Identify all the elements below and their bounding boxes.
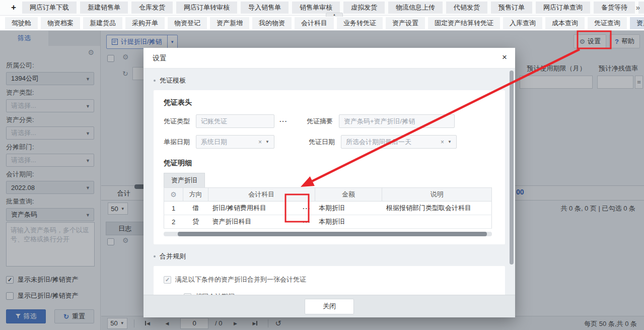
chevron-down-icon[interactable]: ▼	[448, 140, 452, 144]
tab-item[interactable]: 网店订单查询	[536, 2, 590, 14]
module-tab[interactable]: 我的物资	[252, 17, 292, 29]
section-voucher-template: 凭证模板	[154, 76, 505, 85]
module-tab-active[interactable]: 资产折旧/摊销 ×	[630, 17, 644, 29]
tab-item[interactable]: 代销发货	[446, 2, 487, 14]
section-merge-rules: 合并规则	[154, 252, 505, 261]
top-tabbar: + 网店订单下载 新建销售单 仓库发货 网店订单转审核 导入销售单 销售单审核 …	[0, 0, 644, 16]
voucher-type-ellipsis-button[interactable]: ···	[279, 117, 288, 125]
doc-date-label: 单据日期	[164, 138, 193, 147]
asset-depreciation-tab[interactable]: 资产折旧	[164, 173, 205, 187]
merge-checkbox-row[interactable]: ✓ 满足以下条件的资产折旧合并到一张会计凭证	[164, 275, 495, 284]
voucher-date-select[interactable]: 所选会计期间最后一天 × ▼	[341, 135, 457, 149]
module-tab[interactable]: 物资档案	[41, 17, 80, 29]
bullet-icon	[154, 80, 156, 82]
table-hscrollbar-thumb[interactable]	[178, 232, 487, 236]
tab-item[interactable]: 网店订单下载	[22, 2, 77, 14]
tab-item[interactable]: 导入销售单	[241, 2, 289, 14]
row-number: 1	[164, 202, 183, 215]
col-subject: 会计科目	[208, 188, 315, 202]
tab-item[interactable]: 仓库发货	[131, 2, 173, 14]
modal-vscrollbar-thumb[interactable]	[510, 71, 514, 265]
section-merge-label: 合并规则	[160, 252, 186, 261]
subject-ellipsis-button[interactable]: ···	[303, 218, 311, 226]
table-hscrollbar[interactable]	[164, 232, 492, 236]
col-note: 说明	[382, 188, 492, 202]
tab-item[interactable]: 虚拟发货	[343, 2, 385, 14]
module-tab[interactable]: 凭证查询	[588, 17, 627, 29]
voucher-date-label: 凭证日期	[309, 138, 338, 147]
module-tab[interactable]: 资产新增	[210, 17, 249, 29]
module-tab[interactable]: 固定资产结算转凭证	[428, 17, 500, 29]
table-row: 2 贷 资产折旧科目 ··· 本期折旧	[164, 215, 492, 229]
module-tab[interactable]: 资产设置	[386, 17, 425, 29]
module-tab[interactable]: 新建货品	[83, 17, 122, 29]
voucher-date-value: 所选会计期间最后一天	[346, 138, 438, 147]
add-tab-button[interactable]: +	[5, 3, 22, 13]
tab-item[interactable]: 网店订单转审核	[176, 2, 237, 14]
close-icon[interactable]: ×	[502, 53, 507, 61]
row-amount: 本期折旧	[315, 215, 382, 229]
module-tab[interactable]: 业务转凭证	[337, 17, 383, 29]
voucher-summary-value: 资产条码+资产折旧/摊销	[344, 117, 450, 126]
modal-title: 设置	[153, 54, 167, 63]
active-tab-label: 资产折旧/摊销	[636, 19, 644, 27]
row-note: 根据报销部门类型取会计科目	[382, 202, 492, 215]
row-direction: 贷	[183, 215, 208, 229]
module-tab[interactable]: 驾驶舱	[5, 17, 38, 29]
voucher-summary-label: 凭证摘要	[307, 117, 336, 126]
merge-checkbox-label: 满足以下条件的资产折旧合并到一张会计凭证	[175, 275, 306, 284]
table-row: 1 借 折旧/摊销费用科目 ··· 本期折旧 根据报销部门类型取会计科目	[164, 202, 492, 215]
tab-item[interactable]: 销售单审核	[292, 2, 340, 14]
module-tab[interactable]: 会计科目	[295, 17, 334, 29]
row-number: 2	[164, 215, 183, 229]
checkbox-checked-disabled: ✓	[164, 276, 171, 284]
chevron-down-icon[interactable]: ▼	[265, 140, 269, 144]
row-direction: 借	[183, 202, 208, 215]
app-screen: + 网店订单下载 新建销售单 仓库发货 网店订单转审核 导入销售单 销售单审核 …	[0, 0, 644, 330]
bullet-icon	[154, 255, 156, 257]
voucher-type-label: 凭证类型	[164, 117, 193, 126]
clear-icon[interactable]: ×	[258, 139, 262, 146]
row-amount: 本期折旧	[315, 202, 382, 215]
section-template-label: 凭证模板	[160, 76, 186, 85]
voucher-header-title: 凭证表头	[164, 98, 495, 107]
subject-ellipsis-button[interactable]: ···	[303, 205, 311, 212]
col-amount: 金额	[315, 188, 382, 202]
tab-overflow-icon[interactable]: »	[636, 3, 640, 12]
tab-item[interactable]: 物流信息上传	[388, 2, 443, 14]
row-subject: 资产折旧科目	[212, 217, 251, 226]
tabbar-collapse-handle[interactable]: ▲	[326, 13, 343, 17]
voucher-type-input[interactable]: 记账凭证	[196, 114, 274, 128]
modal-body: 凭证模板 凭证表头 凭证类型 记账凭证 ··· 凭证摘要 资产条码+资产折旧/摊…	[144, 69, 515, 295]
doc-date-select[interactable]: 系统日期 × ▼	[196, 135, 274, 149]
module-tab[interactable]: 采购开单	[125, 17, 165, 29]
tab-item[interactable]: 新建销售单	[80, 2, 128, 14]
close-button[interactable]: 关闭	[305, 299, 354, 314]
module-tab[interactable]: 成本查询	[545, 17, 585, 29]
module-tab[interactable]: 物资登记	[168, 17, 207, 29]
settings-modal: 设置 × 凭证模板 凭证表头 凭证类型 记账凭证 ··· 凭证摘要 资产条码+资…	[144, 48, 515, 317]
module-tabbar: 驾驶舱 物资档案 新建货品 采购开单 物资登记 资产新增 我的物资 会计科目 业…	[0, 16, 644, 31]
clear-icon[interactable]: ×	[441, 139, 444, 146]
doc-date-value: 系统日期	[201, 138, 255, 147]
module-tab[interactable]: 入库查询	[503, 17, 542, 29]
modal-header: 设置 ×	[144, 48, 515, 69]
tab-item[interactable]: 预售订单	[491, 2, 532, 14]
row-note	[382, 215, 492, 229]
modal-footer: 关闭	[144, 295, 515, 317]
voucher-detail-title: 凭证明细	[164, 159, 495, 168]
voucher-type-value: 记账凭证	[201, 117, 269, 126]
voucher-summary-input[interactable]: 资产条码+资产折旧/摊销	[339, 114, 455, 128]
table-gear-icon[interactable]: ⚙	[170, 190, 177, 199]
tab-item[interactable]: 备货等待	[594, 2, 635, 14]
voucher-template-card: 凭证表头 凭证类型 记账凭证 ··· 凭证摘要 资产条码+资产折旧/摊销 单据日…	[154, 90, 505, 244]
col-direction: 方向	[183, 188, 208, 202]
row-subject: 折旧/摊销费用科目	[212, 204, 266, 213]
merge-rules-card: ✓ 满足以下条件的资产折旧合并到一张会计凭证 ✓ 相同会计期间	[154, 266, 505, 295]
voucher-detail-table: ⚙ 方向 会计科目 金额 说明 1 借 折旧/摊销费用科目 ··· 本期折旧	[164, 187, 492, 229]
